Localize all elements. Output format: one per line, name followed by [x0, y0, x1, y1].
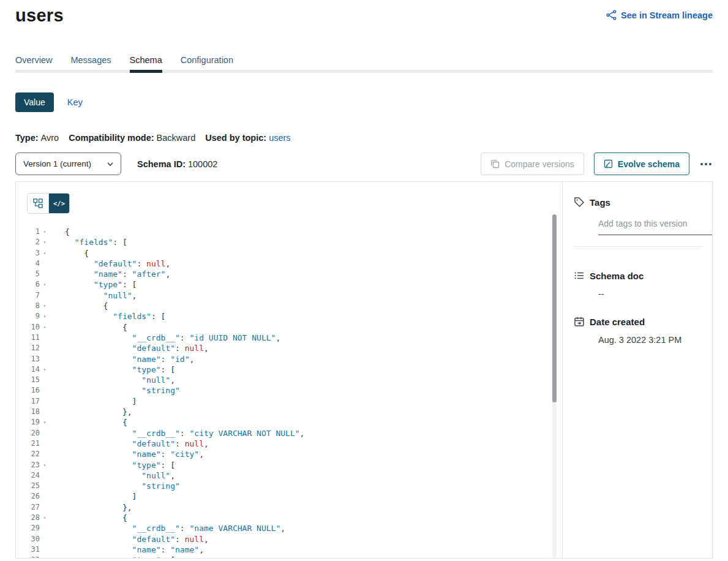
line-number: 8 [16, 301, 40, 311]
details-sidebar: Tags Schema doc -- Da [563, 182, 712, 558]
schema-toolbar: Version 1 (current) Schema ID:100002 Com… [15, 152, 713, 175]
value-toggle-button[interactable]: Value [15, 92, 54, 112]
topic-label: Used by topic: [205, 133, 266, 143]
evolve-schema-button[interactable]: Evolve schema [594, 152, 689, 175]
line-number: 4 [16, 258, 40, 269]
line-number: 31 [16, 544, 40, 555]
code-text: "fields": [ [65, 237, 127, 247]
fold-toggle-icon[interactable]: ▾ [40, 227, 50, 237]
fold-spacer [40, 407, 50, 417]
code-line: 24 "null", [16, 470, 562, 481]
code-line: 5 "name": "after", [16, 269, 562, 279]
meta-topic: Used by topic:users [205, 133, 290, 143]
line-number: 30 [16, 534, 40, 544]
tree-view-button[interactable] [28, 194, 48, 213]
tab-messages[interactable]: Messages [70, 55, 111, 70]
scrollbar-thumb[interactable] [552, 214, 557, 402]
code-text: "type": [ [65, 364, 175, 375]
code-text: }, [65, 407, 132, 417]
code-line: 22 "name": "city", [16, 449, 562, 459]
fold-toggle-icon[interactable]: ▾ [40, 513, 50, 523]
code-line: 9▾ "fields": [ [16, 311, 562, 322]
fold-toggle-icon[interactable]: ▾ [40, 417, 50, 427]
fold-toggle-icon[interactable]: ▾ [40, 364, 50, 375]
schema-id-value: 100002 [188, 159, 217, 169]
code-line: 26 ] [16, 491, 562, 502]
code-text: "string" [65, 481, 180, 491]
code-text: "string" [65, 385, 180, 396]
line-number: 23 [16, 460, 40, 470]
code-text: "name": "after", [65, 269, 170, 279]
code-text: ] [65, 396, 137, 407]
tab-schema[interactable]: Schema [130, 55, 162, 70]
code-text: "name": "city", [65, 449, 204, 459]
value-key-toggle: Value Key [15, 92, 713, 112]
fold-toggle-icon[interactable]: ▾ [40, 279, 50, 290]
fold-toggle-icon[interactable]: ▾ [40, 460, 50, 470]
code-view-button[interactable]: </> [48, 194, 69, 213]
code-text: { [65, 322, 127, 333]
code-line: 19▾ { [16, 417, 562, 427]
fold-toggle-icon[interactable]: ▾ [40, 322, 50, 333]
fold-spacer [40, 333, 50, 343]
fold-spacer [40, 470, 50, 481]
tree-view-icon [33, 198, 43, 208]
code-text: "name": "name", [65, 544, 204, 555]
key-toggle-button[interactable]: Key [67, 97, 83, 107]
code-text: "default": null, [65, 439, 209, 449]
type-label: Type: [15, 133, 39, 143]
code-line: 23▾ "type": [ [16, 460, 562, 470]
fold-toggle-icon[interactable]: ▾ [40, 555, 50, 558]
more-options-icon [700, 163, 703, 165]
compare-versions-button[interactable]: Compare versions [481, 152, 584, 175]
line-number: 14 [16, 364, 40, 375]
code-text: }, [65, 502, 132, 513]
code-line: 14▾ "type": [ [16, 364, 562, 375]
tab-overview[interactable]: Overview [15, 55, 52, 70]
line-number: 1 [16, 227, 40, 237]
more-options-button[interactable] [699, 158, 713, 170]
schema-doc-title: Schema doc [590, 271, 644, 281]
topic-link[interactable]: users [269, 133, 290, 143]
tags-section-header: Tags [574, 197, 704, 208]
line-number: 13 [16, 354, 40, 364]
code-view-icon: </> [53, 200, 65, 207]
code-text: "default": null, [65, 534, 209, 544]
code-text: "default": null, [65, 258, 170, 269]
code-line: 32▾ "type": [ [16, 555, 562, 558]
tags-input[interactable] [598, 217, 713, 235]
evolve-schema-label: Evolve schema [618, 159, 680, 169]
compare-versions-label: Compare versions [505, 159, 574, 169]
fold-toggle-icon[interactable]: ▾ [40, 248, 50, 258]
fold-spacer [40, 375, 50, 385]
code-text: { [65, 227, 70, 237]
fold-toggle-icon[interactable]: ▾ [40, 237, 50, 247]
code-line: 2▾ "fields": [ [16, 237, 562, 247]
editor-view-toggle: </> [27, 193, 70, 214]
schema-doc-section-header: Schema doc [574, 270, 704, 281]
code-line: 10▾ { [16, 322, 562, 333]
tab-underline-track [15, 70, 713, 73]
code-text: { [65, 248, 89, 258]
fold-spacer [40, 502, 50, 513]
fold-toggle-icon[interactable]: ▾ [40, 301, 50, 311]
code-text: "type": [ [65, 555, 175, 558]
fold-spacer [40, 523, 50, 533]
fold-spacer [40, 258, 50, 269]
code-line: 7 "null", [16, 290, 562, 301]
version-select[interactable]: Version 1 (current) [15, 152, 121, 175]
date-created-title: Date created [590, 317, 645, 327]
code-line: 18 }, [16, 407, 562, 417]
code-line: 20 "__crdb__": "city VARCHAR NOT NULL", [16, 428, 562, 439]
fold-spacer [40, 396, 50, 407]
line-number: 18 [16, 407, 40, 417]
stream-lineage-link[interactable]: See in Stream lineage [606, 10, 713, 20]
code-line: 31 "name": "name", [16, 544, 562, 555]
sidebar-divider [574, 246, 704, 247]
fold-toggle-icon[interactable]: ▾ [40, 311, 50, 322]
code-line: 4 "default": null, [16, 258, 562, 269]
tab-configuration[interactable]: Configuration [181, 55, 233, 70]
editor-scrollbar[interactable] [552, 214, 557, 558]
line-number: 24 [16, 470, 40, 481]
schema-id-label: Schema ID: [137, 159, 186, 169]
